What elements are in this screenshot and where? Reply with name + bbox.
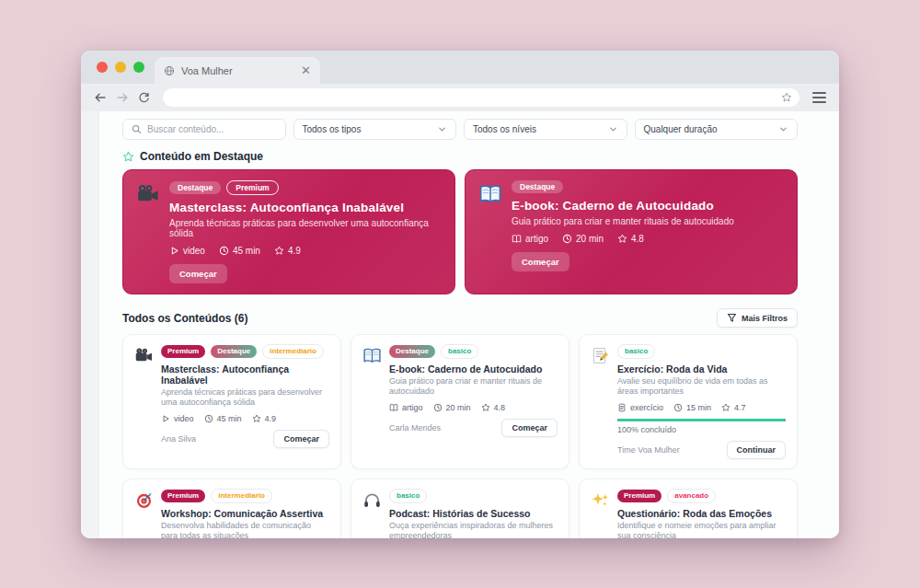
sparkles-icon bbox=[591, 489, 610, 538]
duration: 45 min bbox=[217, 414, 242, 423]
card-title: Masterclass: Autoconfiança Inabalável bbox=[161, 363, 329, 386]
menu-icon[interactable] bbox=[812, 92, 826, 103]
badge-level: basico bbox=[617, 344, 655, 359]
movie-camera-icon bbox=[136, 180, 160, 283]
minimize-window-button[interactable] bbox=[115, 62, 126, 73]
featured-card: Destaque E-book: Caderno de Autocuidado … bbox=[465, 169, 798, 294]
star-icon bbox=[481, 403, 490, 412]
movie-camera-icon bbox=[134, 344, 154, 459]
start-button[interactable]: Começar bbox=[512, 252, 569, 271]
bookmark-star-icon[interactable] bbox=[781, 92, 792, 103]
search-icon bbox=[132, 124, 142, 134]
funnel-icon bbox=[727, 313, 737, 323]
headphones-icon bbox=[362, 489, 382, 538]
forward-icon[interactable] bbox=[116, 91, 129, 104]
card-description: Aprenda técnicas práticas para desenvolv… bbox=[169, 218, 442, 238]
content-type: artigo bbox=[402, 403, 423, 412]
filter-bar: Todos os tipos Todos os níveis Qualquer … bbox=[122, 119, 798, 140]
left-gutter bbox=[81, 111, 99, 538]
card-title: Exercício: Roda da Vida bbox=[617, 363, 786, 375]
back-icon[interactable] bbox=[94, 91, 107, 104]
maximize-window-button[interactable] bbox=[133, 62, 144, 73]
clock-icon bbox=[673, 403, 683, 412]
card-author: Ana Silva bbox=[161, 434, 196, 444]
card-author: Time Voa Mulher bbox=[617, 445, 680, 455]
continue-button[interactable]: Continuar bbox=[727, 441, 787, 459]
search-input[interactable] bbox=[147, 124, 277, 134]
book-icon bbox=[512, 234, 522, 244]
open-book-icon bbox=[362, 344, 382, 459]
card-description: Desenvolva habilidades de comunicação pa… bbox=[161, 521, 329, 538]
star-icon bbox=[252, 414, 261, 423]
rating: 4.8 bbox=[494, 403, 506, 412]
duration: 20 min bbox=[446, 403, 471, 412]
browser-tab-strip: Voa Mulher ✕ bbox=[81, 51, 839, 84]
card-description: Guia prático para criar e manter rituais… bbox=[512, 216, 784, 226]
target-icon bbox=[134, 489, 154, 538]
open-book-icon bbox=[478, 180, 502, 283]
rating: 4.8 bbox=[631, 234, 644, 244]
clock-icon bbox=[433, 403, 443, 412]
tab-title: Voa Mulher bbox=[181, 65, 294, 76]
card-meta: exercício 15 min 4.7 bbox=[617, 403, 786, 412]
duration-filter-select[interactable]: Qualquer duração bbox=[635, 119, 799, 140]
badge-premium: Premium bbox=[226, 180, 278, 195]
duration-filter-value: Qualquer duração bbox=[644, 124, 718, 134]
card-meta: artigo 20 min 4.8 bbox=[389, 403, 558, 412]
close-window-button[interactable] bbox=[97, 62, 108, 73]
list-section-header: Todos os Conteúdos (6) Mais Filtros bbox=[122, 308, 798, 328]
progress-label: 100% concluído bbox=[617, 425, 786, 434]
badge-premium: Premium bbox=[161, 345, 205, 358]
badge-destaque: Destaque bbox=[389, 345, 435, 358]
address-bar[interactable] bbox=[163, 88, 799, 107]
more-filters-label: Mais Filtros bbox=[742, 314, 788, 323]
window-controls bbox=[97, 62, 144, 73]
list-section-title: Todos os Conteúdos (6) bbox=[122, 312, 247, 325]
duration: 15 min bbox=[686, 403, 711, 412]
star-icon bbox=[122, 151, 134, 163]
play-icon bbox=[169, 246, 179, 256]
badge-level: avancado bbox=[667, 489, 716, 503]
badge-premium: Premium bbox=[617, 490, 661, 502]
badge-level: basico bbox=[389, 489, 427, 503]
content-card: basico Podcast: Histórias de Sucesso Ouç… bbox=[351, 478, 569, 538]
content-grid: Premium Destaque intermediario Mastercla… bbox=[122, 334, 798, 538]
star-icon bbox=[274, 246, 284, 256]
browser-tab[interactable]: Voa Mulher ✕ bbox=[155, 57, 320, 84]
page-content: Todos os tipos Todos os níveis Qualquer … bbox=[81, 111, 839, 538]
chevron-down-icon bbox=[608, 124, 618, 134]
rating: 4.9 bbox=[265, 414, 277, 423]
card-description: Ouça experiências inspiradoras de mulher… bbox=[389, 521, 558, 538]
clock-icon bbox=[562, 234, 572, 244]
start-button[interactable]: Começar bbox=[273, 430, 329, 448]
featured-cards: Destaque Premium Masterclass: Autoconfia… bbox=[122, 169, 798, 294]
start-button[interactable]: Começar bbox=[501, 419, 558, 437]
type-filter-select[interactable]: Todos os tipos bbox=[293, 119, 457, 140]
card-title: E-book: Caderno de Autocuidado bbox=[389, 363, 558, 375]
type-filter-value: Todos os tipos bbox=[303, 124, 362, 134]
card-title: Workshop: Comunicação Assertiva bbox=[161, 508, 329, 519]
content-card: Premium avancado Questionário: Roda das … bbox=[579, 478, 798, 538]
card-description: Aprenda técnicas práticas para desenvolv… bbox=[161, 387, 329, 409]
badge-premium: Premium bbox=[161, 490, 205, 502]
duration: 20 min bbox=[576, 234, 604, 244]
more-filters-button[interactable]: Mais Filtros bbox=[717, 308, 798, 328]
clock-icon bbox=[219, 246, 229, 256]
card-title: Masterclass: Autoconfiança Inabalável bbox=[169, 201, 442, 214]
level-filter-select[interactable]: Todos os níveis bbox=[464, 119, 627, 140]
card-title: Questionário: Roda das Emoções bbox=[617, 508, 786, 519]
clock-icon bbox=[204, 414, 213, 423]
rating: 4.9 bbox=[288, 246, 301, 256]
duration: 45 min bbox=[233, 246, 260, 256]
card-title: E-book: Caderno de Autocuidado bbox=[512, 199, 784, 213]
start-button[interactable]: Começar bbox=[169, 264, 227, 283]
card-meta: video 45 min 4.9 bbox=[169, 246, 442, 256]
globe-favicon-icon bbox=[164, 65, 175, 76]
rating: 4.7 bbox=[734, 403, 746, 412]
progress-bar bbox=[617, 419, 786, 421]
featured-section-title: Conteúdo em Destaque bbox=[140, 150, 263, 163]
featured-section-header: Conteúdo em Destaque bbox=[122, 150, 798, 163]
star-icon bbox=[721, 403, 730, 412]
reload-icon[interactable] bbox=[138, 92, 150, 104]
tab-close-icon[interactable]: ✕ bbox=[301, 64, 311, 76]
